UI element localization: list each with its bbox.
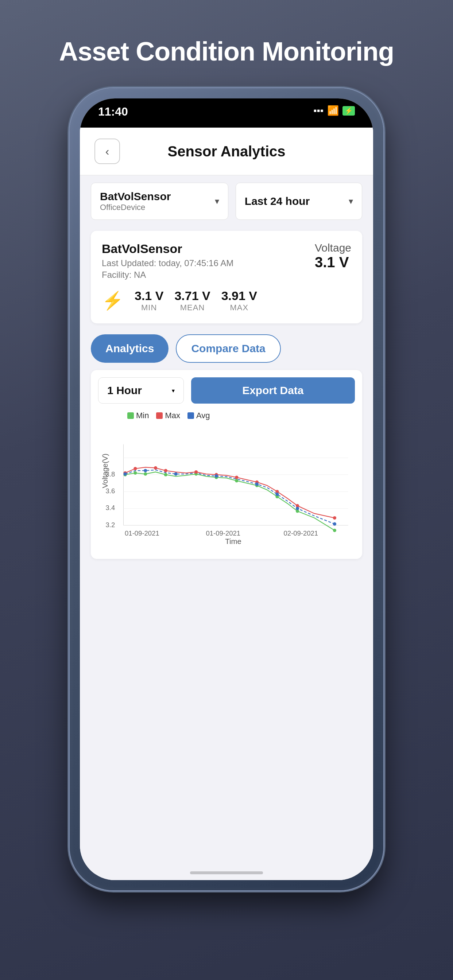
- svg-point-9: [144, 472, 147, 476]
- stat-min-value: 3.1 V: [135, 289, 163, 303]
- legend-max-label: Max: [165, 411, 180, 420]
- sensor-updated: Last Updated: today, 07:45:16 AM: [102, 258, 233, 268]
- sensor-stats: ⚡ 3.1 V MIN 3.71 V MEAN 3.91 V MAX: [102, 289, 351, 312]
- stat-min-label: MIN: [135, 303, 163, 312]
- stat-max-label: MAX: [222, 303, 257, 312]
- hour-dropdown[interactable]: 1 Hour ▾: [98, 377, 184, 404]
- sensor-dropdown-arrow: ▾: [215, 196, 219, 206]
- avg-line: [125, 470, 335, 524]
- svg-point-22: [195, 470, 198, 474]
- stat-max-value: 3.91 V: [222, 289, 257, 303]
- legend-avg: Avg: [187, 411, 210, 420]
- facility-label: Facility:: [102, 270, 131, 280]
- time-dropdown-arrow: ▾: [349, 196, 353, 206]
- svg-point-33: [255, 482, 258, 485]
- nav-bar: ‹ Sensor Analytics: [80, 127, 373, 175]
- svg-point-29: [123, 472, 126, 476]
- wifi-icon: 📶: [327, 105, 339, 116]
- phone-screen: 11:40 ▪▪▪ 📶 ⚡ ‹ Sensor Analytics BatVolS…: [80, 99, 373, 880]
- legend-max: Max: [156, 411, 180, 420]
- lightning-icon: ⚡: [102, 291, 124, 311]
- stat-mean-value: 3.71 V: [174, 289, 210, 303]
- sensor-card: BatVolSensor Last Updated: today, 07:45:…: [91, 231, 362, 323]
- stat-max: 3.91 V MAX: [222, 289, 257, 312]
- sensor-facility: Facility: NA: [102, 270, 233, 280]
- svg-point-19: [134, 467, 137, 470]
- hour-dropdown-text: 1 Hour: [107, 384, 142, 397]
- stat-min: 3.1 V MIN: [135, 289, 163, 312]
- status-icons: ▪▪▪ 📶 ⚡: [313, 105, 355, 116]
- legend-max-dot: [156, 412, 163, 419]
- screen-content: ‹ Sensor Analytics BatVolSensor OfficeDe…: [80, 127, 373, 880]
- home-indicator: [190, 871, 263, 874]
- legend-min: Min: [127, 411, 149, 420]
- svg-point-8: [134, 471, 137, 475]
- y-label-38: 3.8: [106, 470, 115, 478]
- notch: [175, 99, 278, 120]
- svg-point-21: [164, 469, 167, 472]
- svg-point-32: [215, 474, 218, 477]
- phone-wrapper: 11:40 ▪▪▪ 📶 ⚡ ‹ Sensor Analytics BatVolS…: [70, 88, 383, 890]
- tab-row: Analytics Compare Data: [80, 327, 373, 370]
- filters-row: BatVolSensor OfficeDevice ▾ Last 24 hour…: [80, 175, 373, 227]
- chart-legend: Min Max Avg: [127, 411, 355, 420]
- status-bar: 11:40 ▪▪▪ 📶 ⚡: [80, 99, 373, 127]
- x-label-2: 01-09-2021: [206, 530, 240, 537]
- chart-controls: 1 Hour ▾ Export Data: [98, 377, 355, 404]
- stat-mean-label: MEAN: [174, 303, 210, 312]
- sensor-name: BatVolSensor: [102, 242, 233, 256]
- x-label-1: 01-09-2021: [125, 530, 160, 537]
- chart-section: 1 Hour ▾ Export Data Min Max: [91, 370, 362, 559]
- legend-min-dot: [127, 412, 134, 419]
- sensor-card-right: Voltage 3.1 V: [315, 242, 351, 270]
- export-data-button[interactable]: Export Data: [191, 377, 355, 404]
- svg-point-36: [333, 522, 336, 526]
- battery-icon: ⚡: [343, 106, 355, 116]
- svg-point-31: [174, 472, 177, 476]
- svg-point-34: [275, 493, 279, 496]
- svg-point-20: [154, 466, 157, 469]
- min-line: [125, 472, 335, 530]
- y-label-32: 3.2: [106, 521, 115, 529]
- time-dropdown[interactable]: Last 24 hour ▾: [236, 183, 362, 220]
- x-axis-title: Time: [225, 538, 241, 546]
- sensor-dropdown-content: BatVolSensor OfficeDevice: [100, 190, 171, 212]
- chart-svg: Voltage(V) 3.2 3.4 3: [98, 426, 355, 550]
- tab-compare[interactable]: Compare Data: [176, 334, 281, 363]
- svg-point-35: [296, 507, 299, 510]
- sensor-card-left: BatVolSensor Last Updated: today, 07:45:…: [102, 242, 233, 280]
- time-dropdown-label: Last 24 hour: [245, 195, 309, 207]
- sensor-type: Voltage: [315, 242, 351, 254]
- y-label-36: 3.6: [106, 487, 115, 495]
- status-time: 11:40: [98, 105, 128, 118]
- svg-point-28: [333, 516, 336, 520]
- sensor-dropdown[interactable]: BatVolSensor OfficeDevice ▾: [91, 183, 228, 220]
- facility-value: NA: [134, 270, 146, 280]
- signal-icon: ▪▪▪: [313, 105, 324, 116]
- legend-avg-label: Avg: [196, 411, 210, 420]
- sensor-card-header: BatVolSensor Last Updated: today, 07:45:…: [102, 242, 351, 280]
- chart-svg-wrapper: Voltage(V) 3.2 3.4 3: [98, 426, 355, 552]
- page-title: Sensor Analytics: [120, 143, 333, 160]
- back-button[interactable]: ‹: [94, 138, 120, 164]
- svg-point-10: [164, 473, 167, 476]
- page-background-title: Asset Condition Monitoring: [59, 37, 394, 66]
- x-label-3: 02-09-2021: [283, 530, 318, 537]
- svg-point-24: [235, 476, 238, 479]
- legend-min-label: Min: [136, 411, 149, 420]
- legend-avg-dot: [187, 412, 194, 419]
- tab-analytics[interactable]: Analytics: [91, 334, 169, 363]
- svg-point-30: [144, 469, 147, 472]
- y-label-34: 3.4: [106, 504, 115, 512]
- sensor-dropdown-main: BatVolSensor: [100, 190, 171, 203]
- sensor-value: 3.1 V: [315, 254, 351, 270]
- svg-point-17: [333, 529, 336, 532]
- sensor-dropdown-sub: OfficeDevice: [100, 203, 171, 212]
- stat-mean: 3.71 V MEAN: [174, 289, 210, 312]
- hour-dropdown-arrow: ▾: [172, 387, 175, 394]
- svg-point-13: [235, 479, 238, 482]
